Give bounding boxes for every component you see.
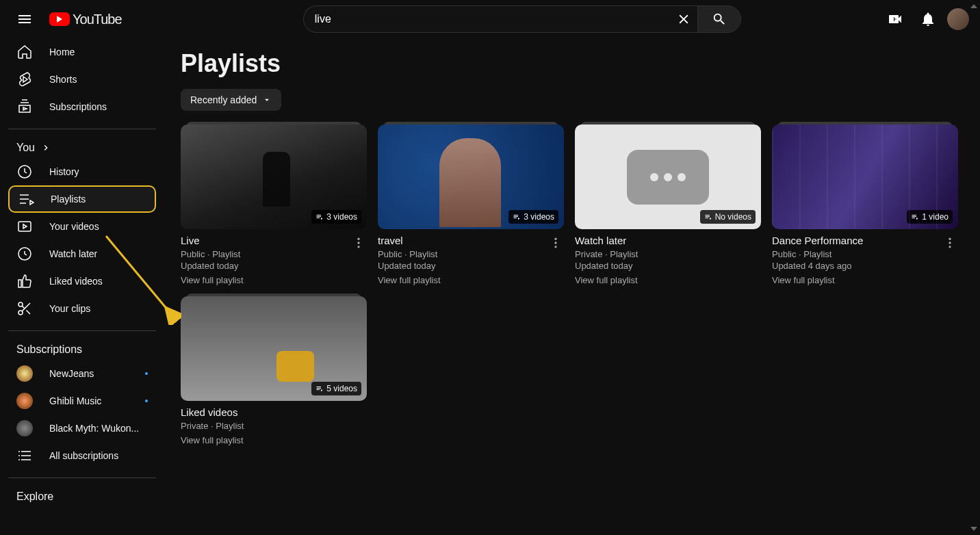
playlist-title[interactable]: travel — [378, 235, 547, 246]
playlist-visibility: Public · Playlist — [772, 249, 942, 259]
search-input[interactable] — [303, 5, 670, 33]
section-title-label: Subscriptions — [16, 343, 82, 356]
sidebar-item-label: History — [49, 166, 79, 177]
youtube-logo-icon — [49, 12, 70, 26]
svg-point-12 — [949, 238, 951, 240]
shorts-icon — [16, 71, 33, 88]
watch-later-icon — [16, 246, 33, 262]
bell-icon — [920, 11, 936, 27]
playlist-thumbnail[interactable]: No videos — [575, 125, 761, 229]
sidebar-item-your-clips[interactable]: Your clips — [8, 295, 156, 322]
view-full-playlist-link[interactable]: View full playlist — [181, 275, 350, 285]
home-icon — [16, 44, 33, 60]
playlist-title[interactable]: Live — [181, 235, 350, 246]
sidebar-item-label: Your videos — [49, 221, 99, 232]
playlist-title[interactable]: Dance Performance — [772, 235, 942, 246]
svg-point-13 — [949, 242, 951, 244]
thumbs-up-icon — [16, 273, 33, 289]
playlist-title[interactable]: Watch later — [575, 235, 761, 246]
playlist-card: 3 videos Live Public · Playlist Updated … — [181, 125, 367, 285]
account-avatar[interactable] — [947, 8, 969, 30]
channel-avatar — [16, 365, 33, 382]
hamburger-icon — [16, 11, 33, 27]
sidebar-explore-section: Explore — [8, 486, 156, 507]
playlist-icon — [911, 213, 919, 221]
your-videos-icon — [16, 218, 33, 235]
view-full-playlist-link[interactable]: View full playlist — [181, 435, 367, 445]
sort-dropdown[interactable]: Recently added — [181, 89, 281, 111]
sort-label: Recently added — [190, 94, 257, 105]
header-right — [881, 5, 969, 33]
playlist-thumbnail[interactable]: 3 videos — [181, 125, 367, 229]
sidebar-item-watch-later[interactable]: Watch later — [8, 240, 156, 268]
scrollbar-up[interactable] — [970, 4, 977, 8]
playlist-icon — [704, 213, 712, 221]
playlist-title[interactable]: Liked videos — [181, 406, 367, 418]
playlist-card: 1 video Dance Performance Public · Playl… — [772, 125, 958, 285]
view-full-playlist-link[interactable]: View full playlist — [575, 275, 761, 285]
playlist-visibility: Private · Playlist — [575, 249, 761, 259]
playlist-menu-button[interactable] — [942, 235, 958, 251]
svg-point-3 — [18, 302, 23, 306]
sidebar-item-shorts[interactable]: Shorts — [8, 66, 156, 93]
video-count-badge: 5 videos — [311, 382, 361, 395]
playlist-card: 5 videos Liked videos Private · Playlist… — [181, 296, 367, 445]
sidebar-channel-ghibli[interactable]: Ghibli Music — [8, 387, 156, 415]
sidebar-item-label: Shorts — [49, 74, 77, 85]
view-full-playlist-link[interactable]: View full playlist — [378, 275, 547, 285]
playlist-updated: Updated today — [575, 261, 761, 271]
sidebar-item-home[interactable]: Home — [8, 38, 156, 66]
scrollbar-down[interactable] — [970, 527, 977, 531]
search-button[interactable] — [697, 5, 741, 33]
youtube-logo[interactable]: YouTube — [49, 12, 122, 27]
playlist-updated: Updated today — [181, 261, 350, 271]
playlist-thumbnail[interactable]: 1 video — [772, 125, 958, 229]
sidebar-item-playlists[interactable]: Playlists — [8, 185, 156, 213]
header: YouTube — [0, 0, 980, 38]
youtube-logo-text: YouTube — [73, 12, 122, 27]
more-vert-icon — [943, 236, 957, 250]
playlist-visibility: Private · Playlist — [181, 421, 367, 431]
playlist-icon — [513, 213, 521, 221]
video-count-badge: 3 videos — [311, 210, 361, 224]
channel-name: Ghibli Music — [49, 395, 129, 406]
playlist-updated: Updated today — [378, 261, 547, 271]
channel-name: NewJeans — [49, 368, 129, 379]
sidebar-item-label: Playlists — [51, 194, 86, 205]
header-left: YouTube — [11, 5, 122, 33]
sidebar-channel-newjeans[interactable]: NewJeans — [8, 360, 156, 387]
sidebar-item-liked-videos[interactable]: Liked videos — [8, 268, 156, 295]
sidebar-item-history[interactable]: History — [8, 158, 156, 185]
video-count-badge: No videos — [700, 210, 756, 224]
sidebar-channel-blackmyth[interactable]: Black Myth: Wukon... — [8, 415, 156, 442]
svg-rect-1 — [18, 222, 31, 231]
search-clear-button[interactable] — [670, 5, 697, 33]
new-content-dot — [145, 372, 148, 375]
playlist-thumbnail[interactable]: 5 videos — [181, 296, 367, 401]
list-icon — [16, 447, 33, 464]
playlist-visibility: Public · Playlist — [181, 249, 350, 259]
more-vert-icon — [549, 236, 563, 250]
video-count-badge: 1 video — [907, 210, 953, 224]
playlist-menu-button[interactable] — [350, 235, 367, 251]
divider — [8, 330, 156, 331]
playlists-icon — [18, 191, 34, 207]
sidebar-you-section[interactable]: You — [8, 138, 156, 158]
header-center — [303, 5, 741, 33]
hamburger-menu-button[interactable] — [11, 5, 38, 33]
sidebar-item-subscriptions[interactable]: Subscriptions — [8, 93, 156, 120]
main-content: Playlists Recently added 3 videos Live P… — [164, 38, 980, 535]
divider — [8, 129, 156, 129]
playlist-thumbnail[interactable]: 3 videos — [378, 125, 564, 229]
create-button[interactable] — [881, 5, 909, 33]
playlist-updated: Updated 4 days ago — [772, 261, 942, 271]
playlist-menu-button[interactable] — [547, 235, 564, 251]
sidebar-item-label: Home — [49, 47, 75, 57]
notifications-button[interactable] — [914, 5, 942, 33]
sidebar-item-your-videos[interactable]: Your videos — [8, 213, 156, 240]
view-full-playlist-link[interactable]: View full playlist — [772, 275, 942, 285]
svg-point-8 — [357, 246, 359, 248]
sidebar-item-label: Subscriptions — [49, 101, 107, 112]
sidebar-all-subscriptions[interactable]: All subscriptions — [8, 442, 156, 469]
svg-point-6 — [357, 238, 359, 240]
